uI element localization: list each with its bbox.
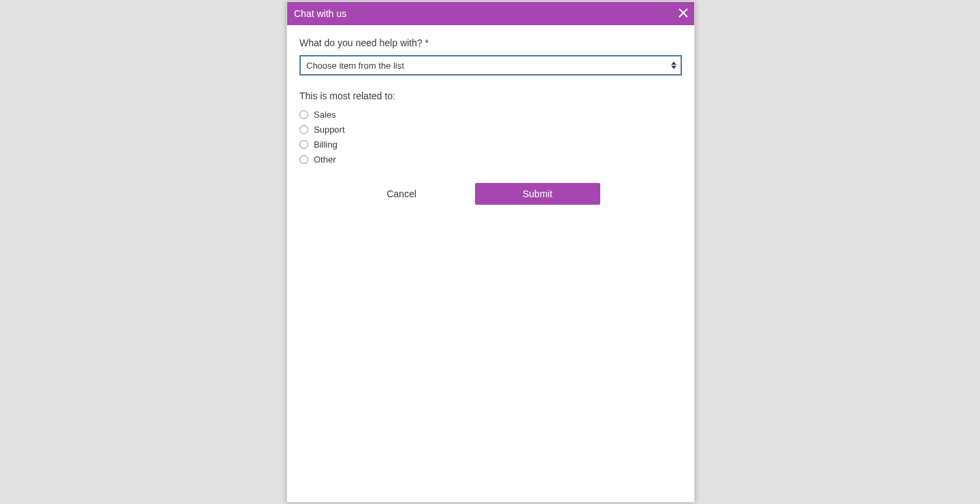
chat-header: Chat with us <box>287 2 694 25</box>
radio-item-sales[interactable]: Sales <box>299 107 682 122</box>
chat-body: What do you need help with? * Choose ite… <box>287 25 694 502</box>
help-with-group: What do you need help with? * Choose ite… <box>299 37 682 75</box>
close-icon <box>679 8 688 20</box>
radio-input-sales[interactable] <box>299 110 308 119</box>
radio-item-billing[interactable]: Billing <box>299 137 682 152</box>
radio-label: Billing <box>314 139 338 150</box>
help-with-label: What do you need help with? * <box>299 37 682 48</box>
button-row: Cancel Submit <box>299 183 682 205</box>
help-with-select[interactable]: Choose item from the list <box>299 55 682 75</box>
radio-label: Other <box>314 154 336 165</box>
cancel-button[interactable]: Cancel <box>381 183 422 205</box>
help-with-select-wrapper: Choose item from the list <box>299 55 682 75</box>
radio-label: Support <box>314 124 345 135</box>
radio-label: Sales <box>314 110 336 120</box>
radio-input-billing[interactable] <box>299 140 308 149</box>
chat-title: Chat with us <box>290 8 676 19</box>
radio-input-other[interactable] <box>299 155 308 164</box>
submit-button[interactable]: Submit <box>475 183 600 205</box>
related-to-label: This is most related to: <box>299 90 682 101</box>
radio-item-other[interactable]: Other <box>299 152 682 167</box>
radio-item-support[interactable]: Support <box>299 122 682 137</box>
chat-window: Chat with us What do you need help with?… <box>287 1 695 503</box>
related-to-radio-group: Sales Support Billing Other <box>299 107 682 167</box>
related-to-group: This is most related to: Sales Support B… <box>299 90 682 167</box>
radio-input-support[interactable] <box>299 125 308 134</box>
close-button[interactable] <box>676 7 690 20</box>
